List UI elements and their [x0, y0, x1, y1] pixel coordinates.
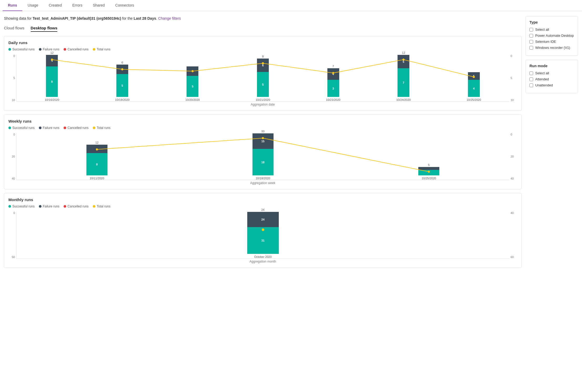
weekly-y-axis-left: 40200: [8, 133, 16, 180]
nav-tab-connectors[interactable]: Connectors: [110, 0, 140, 11]
monthly-legend: Successful runsFailure runsCancelled run…: [8, 205, 517, 208]
legend-dot: [8, 48, 11, 51]
legend-item: Cancelled runs: [64, 126, 89, 130]
type-filter-item[interactable]: Power Automate Desktop: [529, 34, 574, 38]
daily-y-axis-left: 1050: [8, 54, 16, 102]
change-filters-link[interactable]: Change filters: [158, 16, 181, 20]
legend-dot: [93, 48, 95, 51]
weekly-x-title: Aggregation week: [8, 181, 517, 185]
monthly-chart-title: Monthly runs: [8, 197, 517, 202]
legend-dot: [64, 205, 66, 208]
nav-tab-errors[interactable]: Errors: [67, 0, 87, 11]
legend-item: Failure runs: [39, 205, 59, 208]
nav-tab-shared[interactable]: Shared: [87, 0, 110, 11]
legend-dot: [39, 127, 42, 129]
bar-group: 12810/11/2020: [19, 141, 175, 180]
period: Last 28 Days: [134, 16, 156, 20]
legend-item: Successful runs: [8, 126, 35, 130]
sub-tab-cloud-flows[interactable]: Cloud flows: [4, 26, 24, 32]
weekly-legend: Successful runsFailure runsCancelled run…: [8, 126, 517, 130]
legend-item: Cancelled runs: [64, 205, 89, 208]
daily-legend: Successful runsFailure runsCancelled run…: [8, 48, 517, 51]
daily-chart-title: Daily runs: [8, 40, 517, 45]
legend-item: Failure runs: [39, 126, 59, 130]
legend-dot: [64, 48, 66, 51]
monthly-y-axis-left: 500: [8, 211, 16, 259]
legend-dot: [8, 205, 11, 208]
info-bar: Showing data for Test_test_AdminAPI_TIP …: [4, 16, 522, 20]
bar-group: 66510/19/2020: [90, 61, 155, 101]
legend-item: Cancelled runs: [64, 48, 89, 51]
daily-x-title: Aggregation date: [8, 103, 517, 106]
run-mode-filter-item[interactable]: Attended: [529, 77, 574, 81]
bar-group: 86510/21/2020: [230, 55, 296, 101]
sub-tabs: Cloud flowsDesktop flows: [4, 26, 522, 32]
legend-item: Successful runs: [8, 205, 35, 208]
type-filter-title: Type: [529, 20, 574, 24]
legend-dot: [93, 205, 95, 208]
legend-item: Total runs: [93, 126, 110, 130]
bar-group: 242431October 2020: [19, 208, 507, 258]
monthly-x-title: Aggregation month: [8, 260, 517, 263]
legend-item: Total runs: [93, 48, 110, 51]
nav-tab-created[interactable]: Created: [43, 0, 67, 11]
nav-tabs: RunsUsageCreatedErrorsSharedConnectors: [0, 0, 582, 11]
nav-tab-usage[interactable]: Usage: [22, 0, 43, 11]
legend-dot: [8, 127, 11, 129]
legend-item: Failure runs: [39, 48, 59, 51]
nav-tab-runs[interactable]: Runs: [3, 0, 22, 11]
type-filter-item[interactable]: Windows recorder (V1): [529, 46, 574, 50]
legend-dot: [93, 127, 95, 129]
legend-item: Total runs: [93, 205, 110, 208]
weekly-runs-chart: Weekly runs Successful runsFailure runsC…: [4, 114, 522, 189]
legend-dot: [39, 205, 42, 208]
run-mode-filter-item[interactable]: Select all: [529, 71, 574, 75]
org-name: Test_test_AdminAPI_TIP (default)31 (org5…: [33, 16, 121, 20]
bar-group: 74310/23/2020: [300, 65, 366, 101]
bar-group: 33151810/18/2020: [185, 130, 341, 180]
legend-dot: [39, 48, 42, 51]
type-filter-item[interactable]: Select all: [529, 28, 574, 32]
sub-tab-desktop-flows[interactable]: Desktop flows: [31, 26, 58, 32]
total-dot: [262, 228, 264, 231]
bar-group: 124810/16/2020: [19, 51, 85, 101]
bar-group: 5410/25/2020: [441, 69, 507, 101]
weekly-y-axis-right: 40200: [509, 133, 517, 180]
weekly-chart-title: Weekly runs: [8, 119, 517, 123]
daily-runs-chart: Daily runs Successful runsFailure runsCa…: [4, 36, 522, 111]
legend-dot: [64, 127, 66, 129]
run-mode-filter-title: Run mode: [529, 64, 574, 68]
bar-group: 125710/24/2020: [371, 51, 436, 101]
monthly-y-axis-right: 6040: [509, 211, 517, 259]
legend-item: Successful runs: [8, 48, 35, 51]
run-mode-filter-box: Run mode Select allAttendedUnattended: [526, 60, 578, 93]
monthly-runs-chart: Monthly runs Successful runsFailure runs…: [4, 193, 522, 268]
type-filter-item[interactable]: Selenium IDE: [529, 40, 574, 44]
daily-y-axis-right: 1050: [509, 54, 517, 102]
bar-group: 510/25/2020: [351, 163, 507, 180]
type-filter-box: Type Select allPower Automate DesktopSel…: [526, 16, 578, 56]
run-mode-filter-item[interactable]: Unattended: [529, 83, 574, 87]
bar-group: 3510/20/2020: [160, 63, 225, 101]
